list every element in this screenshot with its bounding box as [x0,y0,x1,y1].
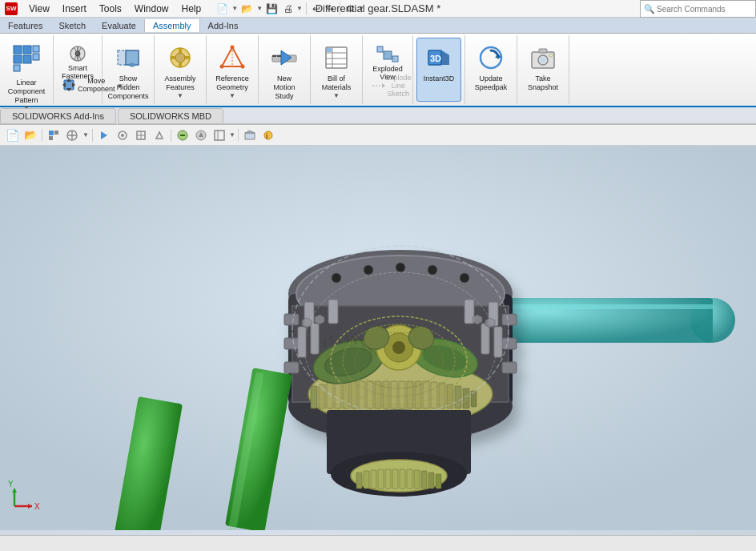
svg-rect-170 [356,473,362,489]
svg-rect-172 [371,470,376,489]
svg-rect-123 [431,382,437,408]
svg-point-68 [121,134,124,137]
svg-rect-111 [335,382,341,408]
reference-geometry-arrow[interactable]: ▼ [229,92,235,99]
menu-help[interactable]: Help [175,2,208,16]
bill-of-materials-button[interactable]: Bill of Materials ▼ [314,38,359,102]
tb-icon10[interactable] [241,127,259,143]
svg-rect-115 [367,381,373,408]
svg-rect-160 [311,324,319,354]
main-viewport: X Y [0,146,756,535]
svg-marker-66 [101,131,107,139]
explode-line-icon [371,80,385,94]
search-box[interactable]: 🔍 [640,0,756,18]
svg-rect-174 [385,469,391,489]
tb-icon2[interactable] [63,127,81,143]
tb-icon11[interactable]: i [259,127,277,143]
instant3d-label: Instant3D [424,74,455,83]
svg-rect-101 [502,338,517,349]
svg-rect-121 [415,381,421,408]
instant3d-button[interactable]: 3D Instant3D [416,38,461,102]
svg-text:3D: 3D [430,54,441,63]
ribbon-tab-features[interactable]: Features [0,19,50,32]
3d-model: X Y [0,146,756,535]
toolbar-dropdown1[interactable]: ▼ [231,5,238,12]
svg-point-30 [220,65,224,69]
svg-point-93 [396,263,405,272]
new-motion-study-button[interactable]: New Motion Study [262,38,307,102]
snapshot-label: Take Snapshot [525,74,561,92]
svg-rect-44 [392,56,398,62]
show-hidden-components-button[interactable]: Show Hidden Components [106,38,151,102]
svg-rect-104 [328,300,338,324]
tb-icon8[interactable] [192,127,210,143]
svg-point-19 [129,63,135,67]
tb-new[interactable]: 📄 [3,127,21,143]
exploded-view-button[interactable]: Exploded View [366,42,409,74]
tb-icon7[interactable] [174,127,191,143]
assembly-features-button[interactable]: Assembly Features ▼ [158,38,203,102]
ribbon-tab-addins[interactable]: Add-Ins [200,19,247,32]
update-speedpak-button[interactable]: Update Speedpak [468,38,513,102]
svg-rect-173 [378,469,384,489]
svg-rect-42 [384,51,392,59]
solidworks-logo: SW [0,2,22,15]
ribbon: Linear Component Pattern ▼ Smart Fastene… [0,34,756,107]
reference-geometry-button[interactable]: Reference Geometry ▼ [210,38,255,102]
move-component-button[interactable]: Move Component ▼ [57,74,99,97]
svg-rect-62 [49,136,53,140]
svg-rect-175 [392,469,398,489]
svg-point-94 [428,265,437,275]
motion-study-icon [271,44,298,73]
linear-component-pattern-button[interactable]: Linear Component Pattern ▼ [3,38,50,102]
tb-icon9[interactable] [211,127,228,143]
svg-rect-171 [364,471,369,489]
menu-window[interactable]: Window [128,2,175,16]
toolbar-print[interactable]: 🖨 [281,2,296,15]
tb-icon5[interactable] [132,127,150,143]
svg-rect-34 [272,55,276,57]
tb-icon3[interactable] [95,127,113,143]
svg-rect-176 [400,469,405,489]
tb-open[interactable]: 📂 [22,127,39,143]
tb-icon1[interactable] [45,127,62,143]
menu-tools[interactable]: Tools [93,2,128,16]
svg-point-57 [540,57,546,63]
tab-mbd[interactable]: SOLIDWORKS MBD [118,108,223,124]
menu-view[interactable]: View [22,2,56,16]
svg-text:Y: Y [8,480,14,489]
tab-addins[interactable]: SOLIDWORKS Add-Ins [0,108,116,124]
svg-marker-164 [315,315,324,324]
svg-rect-179 [421,471,427,489]
explode-line-sketch-button[interactable]: Explode Line Sketch [366,76,409,97]
svg-marker-163 [485,318,495,328]
smart-fasteners-button[interactable]: Smart Fasteners [57,42,99,73]
svg-rect-181 [436,474,441,489]
toolbar-dropdown2[interactable]: ▼ [256,5,263,12]
speedpak-label: Update Speedpak [473,74,509,92]
toolbar-save[interactable]: 💾 [263,2,280,15]
ribbon-group-fasteners: Smart Fasteners Move Component ▼ [54,35,103,104]
ribbon-tab-evaluate[interactable]: Evaluate [94,19,144,32]
tb-dropdown1[interactable]: ▼ [82,131,90,139]
ribbon-tab-sketch[interactable]: Sketch [50,19,94,32]
assembly-features-label: Assembly Features [163,74,198,92]
bom-arrow[interactable]: ▼ [333,92,340,99]
svg-rect-122 [423,381,429,408]
tb-icon6[interactable] [151,127,168,143]
tb-dropdown2[interactable]: ▼ [229,131,235,139]
take-snapshot-button[interactable]: Take Snapshot [521,38,565,102]
toolbar-open[interactable]: 📂 [239,2,255,15]
search-input[interactable] [657,5,752,14]
toolbar-dropdown3[interactable]: ▼ [296,5,303,12]
assembly-features-arrow[interactable]: ▼ [177,92,183,99]
ribbon-group-hidden: Show Hidden Components [103,35,155,104]
toolbar-new[interactable]: 📄 [214,2,231,15]
svg-point-144 [392,341,405,354]
tb-icon4[interactable] [114,127,131,143]
ribbon-tab-assembly[interactable]: Assembly [144,19,200,32]
svg-rect-2 [14,55,22,63]
menu-insert[interactable]: Insert [56,2,93,16]
svg-marker-162 [302,318,312,328]
svg-rect-58 [539,49,547,53]
